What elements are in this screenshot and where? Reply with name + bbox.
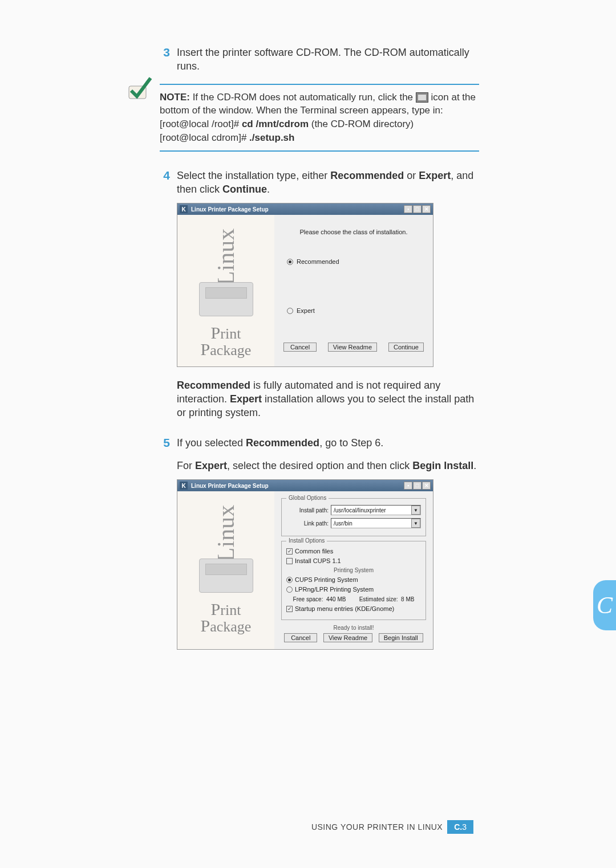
continue-button[interactable]: Continue — [388, 343, 424, 352]
radio-icon[interactable] — [286, 577, 293, 583]
window-title: Linux Printer Package Setup — [191, 483, 269, 489]
printer-icon — [199, 559, 253, 593]
page-footer: USING YOUR PRINTER IN LINUX C.3 — [311, 820, 473, 834]
link-path-combo[interactable]: /usr/bin ▼ — [331, 518, 421, 528]
window-title: Linux Printer Package Setup — [191, 206, 269, 213]
package-logo: PrintPackage — [201, 601, 252, 634]
step-5: 5 If you selected Recommended, go to Ste… — [160, 436, 479, 473]
fieldset-legend: Global Options — [286, 495, 329, 501]
section-letter: C — [597, 592, 613, 619]
note-label: NOTE: — [160, 92, 190, 103]
minimize-button[interactable]: ▪ — [404, 205, 412, 213]
cmd2: ./setup.sh — [249, 132, 294, 143]
checkbox-icon[interactable] — [286, 606, 293, 612]
package-logo: PrintPackage — [201, 325, 252, 357]
radio-icon[interactable] — [287, 308, 293, 314]
checkbox-startup-entries[interactable]: Startup menu entries (KDE/Gnome) — [286, 605, 421, 612]
step-4: 4 Select the installation type, either R… — [160, 169, 479, 197]
install-path-label: Install path: — [286, 507, 329, 514]
step-number: 4 — [160, 169, 177, 197]
kde-icon: K — [180, 205, 188, 213]
section-tab: C — [593, 580, 616, 630]
fieldset-legend: Install Options — [286, 537, 327, 544]
maximize-button[interactable]: □ — [413, 205, 422, 213]
printing-system-header: Printing System — [286, 567, 421, 573]
cancel-button[interactable]: Cancel — [283, 343, 317, 352]
radio-icon[interactable] — [287, 259, 293, 265]
cmd1-pre: [root@local /root]# — [160, 119, 242, 129]
terminal-icon — [416, 92, 428, 103]
installer-sidebar: Linux PrintPackage — [177, 215, 274, 366]
radio-label: Recommended — [297, 258, 339, 265]
dropdown-icon[interactable]: ▼ — [411, 519, 420, 528]
step-3: 3 Insert the printer software CD-ROM. Th… — [160, 46, 479, 74]
cancel-button[interactable]: Cancel — [284, 633, 317, 642]
installer-main: Please choose the class of installation.… — [274, 215, 433, 366]
install-options: Install Options Common files Install CUP… — [281, 541, 426, 620]
maximize-button[interactable]: □ — [413, 482, 422, 490]
cmd1: cd /mnt/cdrom — [242, 119, 309, 129]
step-number: 5 — [160, 436, 177, 473]
step-text: Insert the printer software CD-ROM. The … — [177, 46, 479, 74]
radio-lpr[interactable]: LPRng/LPR Printing System — [286, 586, 421, 593]
printer-icon — [199, 282, 253, 316]
size-stats: Free space: 440 MB Estimated size: 8 MB — [286, 596, 421, 602]
kde-icon: K — [180, 482, 188, 490]
begin-install-button[interactable]: Begin Install — [379, 633, 423, 642]
note-check-icon — [125, 75, 153, 102]
checkbox-install-cups[interactable]: Install CUPS 1.1 — [286, 557, 421, 564]
note-text1: If the CD-ROM does not automatically run… — [193, 92, 416, 103]
ready-label: Ready to install! — [281, 625, 426, 631]
view-readme-button[interactable]: View Readme — [323, 633, 372, 642]
minimize-button[interactable]: ▪ — [404, 482, 412, 490]
link-path-label: Link path: — [286, 520, 329, 527]
radio-icon[interactable] — [286, 586, 293, 593]
radio-expert[interactable]: Expert — [287, 307, 426, 314]
footer-page-number: C.3 — [447, 820, 473, 834]
footer-title: USING YOUR PRINTER IN LINUX — [311, 822, 447, 832]
step-text: Select the installation type, either Rec… — [177, 169, 479, 197]
view-readme-button[interactable]: View Readme — [328, 343, 377, 352]
installer-window-1: K Linux Printer Package Setup ▪ □ ✕ Linu… — [177, 203, 433, 366]
close-button[interactable]: ✕ — [422, 205, 431, 213]
panel-instruction: Please choose the class of installation. — [281, 229, 426, 235]
close-button[interactable]: ✕ — [422, 482, 431, 490]
checkbox-icon[interactable] — [286, 548, 293, 555]
step-number: 3 — [160, 46, 177, 74]
installer-sidebar: Linux PrintPackage — [177, 491, 274, 649]
linux-logo: Linux — [212, 505, 240, 562]
checkbox-common-files[interactable]: Common files — [286, 548, 421, 555]
titlebar[interactable]: K Linux Printer Package Setup ▪ □ ✕ — [177, 480, 433, 491]
note-block: NOTE: If the CD-ROM does not automatical… — [160, 84, 479, 152]
radio-cups[interactable]: CUPS Printing System — [286, 576, 421, 583]
cmd2-pre: [root@local cdrom]# — [160, 132, 249, 143]
checkbox-icon[interactable] — [286, 558, 293, 564]
global-options: Global Options Install path: /usr/local/… — [281, 498, 426, 536]
installer-window-2: K Linux Printer Package Setup ▪ □ ✕ Linu… — [177, 479, 433, 650]
cmd1-post: (the CD-ROM directory) — [309, 119, 414, 129]
installer-main: Global Options Install path: /usr/local/… — [274, 491, 433, 649]
dropdown-icon[interactable]: ▼ — [411, 506, 420, 515]
linux-logo: Linux — [212, 229, 240, 286]
step-text: If you selected Recommended, go to Step … — [177, 436, 479, 473]
radio-recommended[interactable]: Recommended — [287, 258, 426, 265]
titlebar[interactable]: K Linux Printer Package Setup ▪ □ ✕ — [177, 203, 433, 215]
recommended-explain: Recommended is fully automated and is no… — [177, 378, 479, 420]
install-path-combo[interactable]: /usr/local/linuxprinter ▼ — [331, 505, 421, 515]
radio-label: Expert — [297, 307, 315, 314]
